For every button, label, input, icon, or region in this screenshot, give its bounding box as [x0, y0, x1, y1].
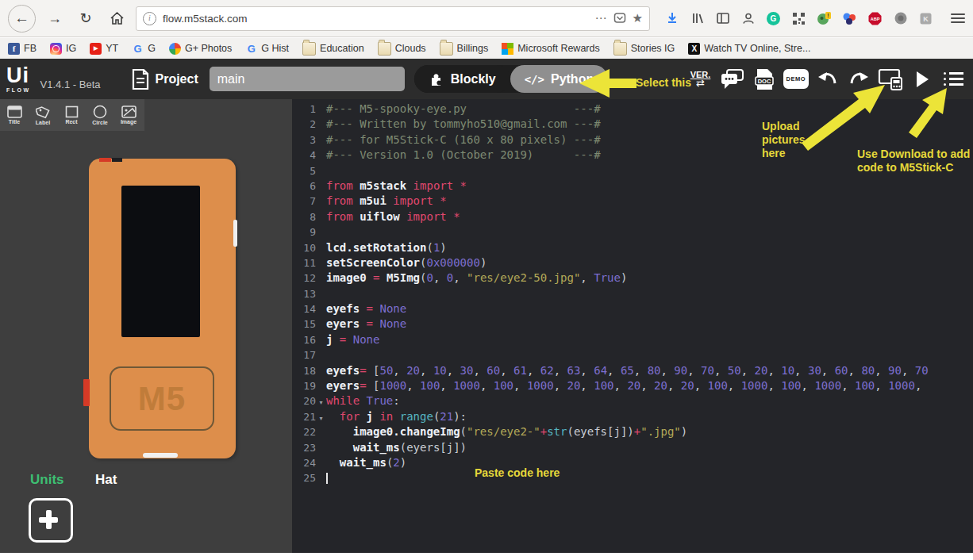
code-line-7[interactable]: 7from m5ui import * — [295, 194, 973, 209]
bookmark-microsoft-rewards[interactable]: Microsoft Rewards — [502, 43, 600, 55]
code-line-25[interactable]: 25 — [295, 470, 973, 485]
code-line-13[interactable]: 13 — [295, 286, 973, 301]
bookmark-label: Microsoft Rewards — [517, 43, 600, 54]
bookmark-watch-tv-online-stre-[interactable]: XWatch TV Online, Stre... — [688, 43, 810, 55]
tool-circle[interactable]: Circle — [86, 99, 114, 131]
home-button[interactable] — [105, 6, 129, 30]
svg-text:G: G — [771, 14, 777, 23]
code-line-14[interactable]: 14eyefs = None — [295, 301, 973, 316]
svg-text:ABP: ABP — [871, 17, 880, 21]
url-bar[interactable]: i flow.m5stack.com ⋯ ★ — [136, 6, 650, 31]
grammarly-icon[interactable]: G — [765, 10, 782, 27]
bookmark-ig[interactable]: IG — [50, 43, 76, 55]
bookmark-yt[interactable]: ▶YT — [90, 43, 118, 55]
version-switch-button[interactable]: VER. ⇄ — [689, 65, 713, 94]
code-line-19[interactable]: 19eyers= [1000, 100, 1000, 100, 1000, 20… — [295, 378, 973, 393]
bookmark-education[interactable]: Education — [302, 42, 364, 56]
tab-hat[interactable]: Hat — [95, 472, 117, 488]
code-line-16[interactable]: 16j = None — [295, 332, 973, 347]
tab-blockly[interactable]: Blockly — [414, 65, 510, 93]
code-line-17[interactable]: 17 — [295, 347, 973, 362]
code-line-15[interactable]: 15eyers = None — [295, 316, 973, 332]
library-icon[interactable] — [689, 10, 706, 27]
tool-rect[interactable]: Rect — [57, 99, 86, 131]
code-text: wait_ms(eyers[j]) — [326, 440, 467, 455]
device-panel: Title Label Rect Circle Image M — [0, 99, 292, 553]
fold-marker[interactable]: ▾ — [316, 411, 326, 426]
back-button[interactable]: ← — [8, 5, 36, 33]
code-line-23[interactable]: 23 wait_ms(eyers[j]) — [295, 440, 973, 455]
line-number: 6 — [295, 178, 316, 194]
line-number: 1 — [295, 102, 316, 117]
bookmark-billings[interactable]: Billings — [440, 42, 489, 56]
qr-extension-icon[interactable] — [790, 10, 807, 27]
bookmark-star-icon[interactable]: ★ — [633, 11, 643, 25]
page-actions-icon[interactable]: ⋯ — [595, 11, 607, 25]
bookmark-label: Stories IG — [631, 43, 675, 54]
version-label: V1.4.1 - Beta — [40, 79, 101, 90]
tab-units[interactable]: Units — [30, 472, 64, 488]
code-line-22[interactable]: 22 image0.changeImg("res/eye2-"+str(eyef… — [295, 424, 973, 439]
extension-dots-icon[interactable] — [841, 10, 858, 27]
code-line-18[interactable]: 18eyefs= [50, 20, 10, 30, 60, 61, 62, 63… — [295, 363, 973, 378]
bookmark-clouds[interactable]: Clouds — [378, 42, 426, 56]
project-button[interactable]: Project — [131, 68, 198, 90]
bookmark-g[interactable]: GG — [132, 43, 156, 55]
code-line-6[interactable]: 6from m5stack import * — [295, 178, 973, 194]
pocket-icon[interactable] — [613, 12, 626, 25]
google-icon: G — [132, 43, 144, 55]
bookmark-fb[interactable]: fFB — [8, 43, 37, 55]
tool-image[interactable]: Image — [114, 99, 143, 131]
reload-button[interactable]: ↻ — [74, 6, 98, 30]
device-m5-button: M5 — [110, 366, 214, 431]
code-text: lcd.setRotation(1) — [326, 240, 447, 255]
line-number: 7 — [295, 194, 316, 209]
downloads-icon[interactable] — [663, 10, 680, 27]
project-name-input[interactable] — [210, 67, 405, 91]
extension-badge-icon[interactable]: ! — [816, 10, 833, 27]
doc-button[interactable]: DOC — [752, 65, 776, 94]
bookmark-label: G+ Photos — [185, 43, 232, 54]
bookmark-g-hist[interactable]: GG Hist — [245, 43, 289, 55]
project-doc-icon — [131, 68, 150, 90]
bookmark-g-photos[interactable]: G+ Photos — [169, 43, 232, 55]
x-black-icon: X — [688, 43, 700, 55]
label-tag-icon — [36, 105, 51, 119]
bookmark-stories-ig[interactable]: Stories IG — [613, 42, 675, 56]
feedback-button[interactable] — [720, 65, 745, 94]
url-text[interactable]: flow.m5stack.com — [163, 13, 589, 25]
download-arrow — [903, 82, 954, 142]
line-number: 5 — [295, 163, 316, 178]
add-unit-button[interactable] — [29, 498, 73, 543]
code-line-20[interactable]: 20▾while True: — [295, 393, 973, 408]
code-line-12[interactable]: 12image0 = M5Img(0, 0, "res/eye2-50.jpg"… — [295, 270, 973, 286]
gray-square-extension-icon[interactable]: K — [917, 10, 934, 27]
forward-button[interactable]: → — [43, 6, 67, 30]
browser-menu-icon[interactable] — [951, 13, 965, 23]
instagram-icon — [50, 43, 62, 55]
code-line-11[interactable]: 11setScreenColor(0x000000) — [295, 255, 973, 270]
logo-subtext: FLOW — [6, 87, 31, 93]
tool-label[interactable]: Label — [29, 99, 57, 131]
sidebar-icon[interactable] — [714, 10, 731, 27]
adblock-icon[interactable]: ABP — [867, 10, 883, 27]
chat-icon — [720, 68, 745, 90]
code-text: from uiflow import * — [326, 209, 460, 224]
code-line-8[interactable]: 8from uiflow import * — [295, 209, 973, 224]
line-number: 20 — [295, 393, 316, 408]
line-number: 8 — [295, 209, 316, 224]
fold-marker[interactable]: ▾ — [316, 395, 326, 410]
code-line-21[interactable]: 21▾ for j in range(21): — [295, 409, 973, 424]
tool-title[interactable]: Title — [0, 99, 29, 131]
svg-text:K: K — [923, 15, 929, 23]
gray-circle-extension-icon[interactable] — [892, 10, 909, 27]
device-side-button — [233, 220, 237, 247]
account-icon[interactable] — [740, 10, 756, 27]
site-info-icon[interactable]: i — [143, 12, 156, 25]
code-line-9[interactable]: 9 — [295, 224, 973, 240]
code-line-24[interactable]: 24 wait_ms(2) — [295, 455, 973, 470]
code-text: image0 = M5Img(0, 0, "res/eye2-50.jpg", … — [326, 270, 627, 286]
line-number: 4 — [295, 148, 316, 163]
paste-code-annotation: Paste code here — [475, 466, 560, 480]
code-line-10[interactable]: 10lcd.setRotation(1) — [295, 240, 973, 255]
